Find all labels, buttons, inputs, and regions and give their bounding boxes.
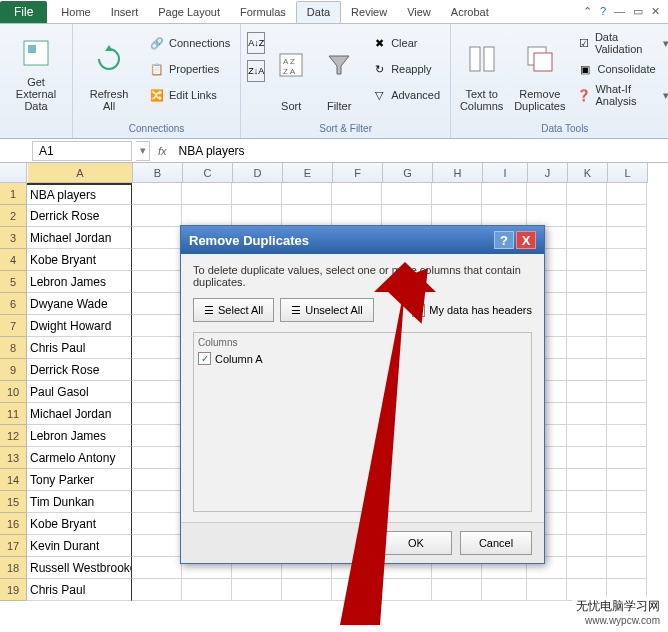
cell[interactable]: [607, 491, 647, 513]
cell[interactable]: [132, 249, 182, 271]
tab-review[interactable]: Review: [341, 1, 397, 23]
cell[interactable]: [332, 205, 382, 227]
tab-acrobat[interactable]: Acrobat: [441, 1, 499, 23]
col-header-A[interactable]: A: [28, 163, 133, 183]
dialog-close-button[interactable]: X: [516, 231, 536, 249]
sort-descending-button[interactable]: Z↓A: [247, 60, 265, 82]
cell[interactable]: [527, 579, 567, 601]
cell[interactable]: [567, 491, 607, 513]
cell[interactable]: Russell Westbrooke: [27, 557, 132, 579]
cell[interactable]: Dwight Howard: [27, 315, 132, 337]
dialog-help-button[interactable]: ?: [494, 231, 514, 249]
cell[interactable]: NBA players: [27, 183, 132, 205]
tab-page-layout[interactable]: Page Layout: [148, 1, 230, 23]
reapply-button[interactable]: ↻Reapply: [367, 58, 444, 80]
cell[interactable]: [567, 381, 607, 403]
cell[interactable]: [132, 469, 182, 491]
cell[interactable]: [282, 579, 332, 601]
cell[interactable]: [232, 205, 282, 227]
cell[interactable]: [567, 513, 607, 535]
cell[interactable]: [332, 183, 382, 205]
cell[interactable]: [132, 513, 182, 535]
tab-view[interactable]: View: [397, 1, 441, 23]
col-header-B[interactable]: B: [133, 163, 183, 183]
cell[interactable]: Chris Paul: [27, 337, 132, 359]
unselect-all-button[interactable]: ☰Unselect All: [280, 298, 373, 322]
cell[interactable]: [567, 271, 607, 293]
cell[interactable]: [607, 403, 647, 425]
cell[interactable]: [132, 579, 182, 601]
cell[interactable]: Lebron James: [27, 425, 132, 447]
row-header[interactable]: 1: [0, 183, 27, 205]
cell[interactable]: Chris Paul: [27, 579, 132, 601]
row-header[interactable]: 14: [0, 469, 27, 491]
window-close-icon[interactable]: ✕: [651, 5, 660, 18]
cell[interactable]: [482, 579, 527, 601]
row-header[interactable]: 17: [0, 535, 27, 557]
cell[interactable]: Derrick Rose: [27, 205, 132, 227]
cell[interactable]: [567, 469, 607, 491]
data-validation-button[interactable]: ☑Data Validation▾: [573, 32, 668, 54]
cell[interactable]: [567, 535, 607, 557]
cell[interactable]: [567, 337, 607, 359]
consolidate-button[interactable]: ▣Consolidate: [573, 58, 668, 80]
what-if-button[interactable]: ❓What-If Analysis▾: [573, 84, 668, 106]
row-header[interactable]: 15: [0, 491, 27, 513]
cell[interactable]: [282, 183, 332, 205]
ribbon-min-icon[interactable]: ⌃: [583, 5, 592, 18]
column-a-checkbox[interactable]: ✓: [198, 352, 211, 365]
cell[interactable]: [182, 205, 232, 227]
cell[interactable]: Lebron James: [27, 271, 132, 293]
select-all-cell[interactable]: [0, 163, 27, 183]
properties-button[interactable]: 📋Properties: [145, 58, 234, 80]
cell[interactable]: [607, 205, 647, 227]
cell[interactable]: [607, 293, 647, 315]
cell[interactable]: [567, 293, 607, 315]
sort-button[interactable]: A ZZ A Sort: [271, 28, 311, 116]
cell[interactable]: [567, 557, 607, 579]
help-icon[interactable]: ?: [600, 5, 606, 18]
tab-data[interactable]: Data: [296, 1, 341, 23]
select-all-button[interactable]: ☰Select All: [193, 298, 274, 322]
cell[interactable]: [182, 579, 232, 601]
cell[interactable]: Dwyane Wade: [27, 293, 132, 315]
cell[interactable]: [567, 447, 607, 469]
cell[interactable]: [132, 227, 182, 249]
cell[interactable]: [567, 315, 607, 337]
cell[interactable]: [567, 227, 607, 249]
tab-insert[interactable]: Insert: [101, 1, 149, 23]
headers-checkbox-label[interactable]: My data has headers: [412, 304, 532, 317]
cell[interactable]: Paul Gasol: [27, 381, 132, 403]
window-restore-icon[interactable]: ▭: [633, 5, 643, 18]
row-header[interactable]: 13: [0, 447, 27, 469]
col-header-G[interactable]: G: [383, 163, 433, 183]
cell[interactable]: [132, 271, 182, 293]
cell[interactable]: [132, 381, 182, 403]
col-header-I[interactable]: I: [483, 163, 528, 183]
cell[interactable]: [607, 469, 647, 491]
cell[interactable]: [607, 447, 647, 469]
cell[interactable]: [607, 249, 647, 271]
cell[interactable]: [132, 293, 182, 315]
row-header[interactable]: 3: [0, 227, 27, 249]
cell[interactable]: [382, 579, 432, 601]
row-header[interactable]: 7: [0, 315, 27, 337]
cell[interactable]: Tony Parker: [27, 469, 132, 491]
row-header[interactable]: 16: [0, 513, 27, 535]
edit-links-button[interactable]: 🔀Edit Links: [145, 84, 234, 106]
cancel-button[interactable]: Cancel: [460, 531, 532, 555]
col-header-E[interactable]: E: [283, 163, 333, 183]
cell[interactable]: [132, 183, 182, 205]
cell[interactable]: [607, 183, 647, 205]
get-external-data-button[interactable]: Get External Data: [6, 28, 66, 116]
cell[interactable]: [567, 359, 607, 381]
cell[interactable]: [482, 205, 527, 227]
file-tab[interactable]: File: [0, 1, 47, 23]
clear-button[interactable]: ✖Clear: [367, 32, 444, 54]
cell[interactable]: [567, 205, 607, 227]
cell[interactable]: [567, 183, 607, 205]
cell[interactable]: [232, 183, 282, 205]
row-header[interactable]: 11: [0, 403, 27, 425]
cell[interactable]: [567, 403, 607, 425]
cell[interactable]: [607, 557, 647, 579]
